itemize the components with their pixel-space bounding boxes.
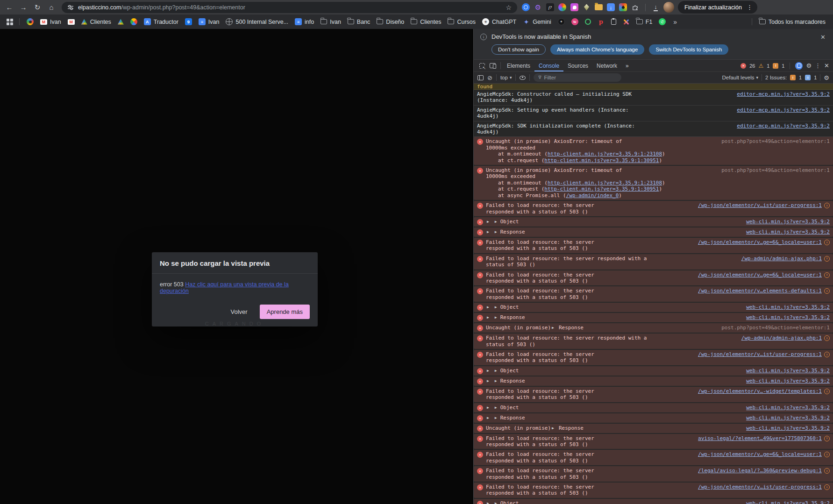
apps-grid-icon[interactable] <box>7 19 13 25</box>
open-in-network-icon[interactable]: ↕ <box>824 256 830 262</box>
console-source-link[interactable]: web-cli.min.js?ver=3.35.9:2 <box>746 425 830 431</box>
expand-arrow-icon[interactable]: ▶ <box>487 315 489 320</box>
console-source-link[interactable]: editor-mcp.min.js?ver=3.35.9:2 <box>737 107 830 113</box>
console-source-link[interactable]: /wp-json/elementor/v…elements-defaults:1 <box>698 288 822 294</box>
bookmarks-overflow-icon[interactable]: » <box>670 18 680 26</box>
bookmark-item-clientes[interactable]: Clientes <box>408 17 444 27</box>
device-toolbar-icon[interactable] <box>490 63 496 68</box>
downloads-icon[interactable]: ↓ <box>652 3 660 11</box>
bookmark-item-500-internal-serve-[interactable]: 500 Internal Serve... <box>223 17 291 27</box>
expand-arrow-icon[interactable]: ▶ <box>495 369 497 373</box>
console-source-link[interactable]: web-cli.min.js?ver=3.35.9:2 <box>746 405 830 411</box>
expand-arrow-icon[interactable]: ▶ <box>487 501 489 504</box>
console-source-link[interactable]: editor-mcp.min.js?ver=3.35.9:2 <box>737 123 830 129</box>
open-in-network-icon[interactable]: ↕ <box>824 352 830 357</box>
expand-arrow-icon[interactable]: ▶ <box>495 416 497 420</box>
console-source-link[interactable]: /legal/aviso-legal/?…360&preview-debug:1 <box>698 468 822 474</box>
colorpicker-extension-icon[interactable] <box>619 3 627 11</box>
open-in-network-icon[interactable]: ↕ <box>824 436 830 441</box>
console-object-label[interactable]: Response <box>500 415 525 421</box>
bookmark-item[interactable]: 9 <box>182 17 195 27</box>
home-icon[interactable]: ⌂ <box>45 1 58 14</box>
expand-arrow-icon[interactable]: ▶ <box>552 426 554 431</box>
expand-arrow-icon[interactable]: ▶ <box>495 220 497 224</box>
console-object-label[interactable]: Object <box>500 219 519 225</box>
bookmark-item[interactable] <box>608 17 619 26</box>
console-object-label[interactable]: Object <box>500 405 519 411</box>
fonts-extension-icon[interactable]: f? <box>546 3 554 11</box>
console-source-link[interactable]: editor-mcp.min.js?ver=3.35.9:2 <box>737 91 830 97</box>
console-source-link[interactable]: aviso-legal/?element…49&ver=1775807360:1 <box>698 435 822 441</box>
bookmark-item[interactable]: M <box>65 18 78 26</box>
issues-label[interactable]: 2 Issues: <box>765 75 787 80</box>
expand-arrow-icon[interactable]: ▶ <box>495 501 497 504</box>
bookmark-item-traductor[interactable]: ATraductor <box>141 17 181 27</box>
log-levels-selector[interactable]: Default levels ▾ <box>722 75 758 80</box>
console-source-link[interactable]: web-cli.min.js?ver=3.35.9:2 <box>746 368 830 374</box>
bookmark-item[interactable] <box>115 18 127 26</box>
bookmark-item-gemini[interactable]: ✦Gemini <box>520 17 554 27</box>
clear-console-icon[interactable]: ⊘ <box>487 74 492 81</box>
back-button[interactable]: Volver <box>231 308 248 315</box>
expand-arrow-icon[interactable]: ▶ <box>552 326 554 330</box>
console-object-label[interactable]: Response <box>559 325 584 331</box>
issues-blue-icon[interactable]: ≡ <box>805 75 811 80</box>
stack-frame-link[interactable]: /wp-admin/index_0 <box>566 192 619 199</box>
error-count[interactable]: 26 <box>749 63 755 69</box>
console-source-link[interactable]: web-cli.min.js?ver=3.35.9:2 <box>746 378 830 384</box>
kite-extension-icon[interactable] <box>583 3 591 11</box>
learn-more-button[interactable]: Aprende más <box>260 305 310 319</box>
open-in-network-icon[interactable]: ↕ <box>824 240 830 245</box>
console-source-link[interactable]: web-cli.min.js?ver=3.35.9:2 <box>746 304 830 310</box>
purple-app-extension-icon[interactable] <box>570 3 578 11</box>
bookmark-item[interactable] <box>582 17 594 26</box>
console-source-link[interactable]: /wp-json/elementor/v…ist/user-progress:1 <box>698 202 822 208</box>
expand-arrow-icon[interactable]: ▶ <box>495 305 497 310</box>
console-object-label[interactable]: Object <box>500 500 519 504</box>
profile-avatar[interactable] <box>663 2 674 13</box>
address-bar[interactable]: elpasticcino.com/wp-admin/post.php?post=… <box>62 2 517 13</box>
bookmark-item-ivan[interactable]: MIvan <box>37 17 64 27</box>
context-selector[interactable]: top ▾ <box>500 75 512 80</box>
console-source-link[interactable]: /wp-admin/admin-ajax.php:1 <box>741 256 822 262</box>
console-object-label[interactable]: Response <box>559 425 584 431</box>
console-source-link[interactable]: web-cli.min.js?ver=3.35.9:2 <box>746 219 830 225</box>
bookmark-item[interactable]: tu <box>569 17 581 27</box>
back-icon[interactable]: ← <box>3 1 16 14</box>
open-in-network-icon[interactable]: ↕ <box>824 272 830 278</box>
expand-arrow-icon[interactable]: ▶ <box>495 230 497 234</box>
bookmark-item[interactable]: p <box>595 17 607 27</box>
stack-frame-link[interactable]: http-client.min.js?ver=3.35.9:1:23108 <box>548 151 662 157</box>
error-count-icon[interactable]: ✕ <box>740 63 746 69</box>
downloader-extension-icon[interactable]: ↓ <box>607 3 615 11</box>
issues-count[interactable]: 1 <box>782 63 784 69</box>
console-source-link[interactable]: /wp-json/elementor/v…-widget/templates:1 <box>698 388 822 394</box>
devtools-menu-icon[interactable]: ⋮ <box>815 62 821 69</box>
dont-show-again-button[interactable]: Don't show again <box>491 44 546 55</box>
bookmark-item-info[interactable]: ≡info <box>292 17 317 27</box>
expand-arrow-icon[interactable]: ▶ <box>487 369 489 373</box>
console-source-link[interactable]: /wp-json/elementor/v…ge=6&_locale=user:1 <box>698 451 822 457</box>
bookmark-item[interactable] <box>620 17 633 27</box>
bookmark-item[interactable] <box>24 17 36 27</box>
console-source-link[interactable]: /wp-json/elementor/v…ge=6&_locale=user:1 <box>698 239 822 245</box>
warning-count[interactable]: 1 <box>767 63 769 69</box>
open-in-network-icon[interactable]: ↕ <box>824 484 830 490</box>
all-bookmarks-button[interactable]: Todos los marcadores <box>756 17 828 27</box>
expand-arrow-icon[interactable]: ▶ <box>495 379 497 383</box>
bookmark-item-ivan[interactable]: ≡Ivan <box>196 17 222 27</box>
console-source-link[interactable]: web-cli.min.js?ver=3.35.9:2 <box>746 415 830 421</box>
console-object-label[interactable]: Object <box>500 304 519 310</box>
switch-spanish-button[interactable]: Switch DevTools to Spanish <box>649 44 728 55</box>
bookmark-item-cursos[interactable]: Cursos <box>445 17 478 27</box>
onepassword-extension-icon[interactable] <box>522 3 530 11</box>
live-expression-icon[interactable] <box>520 76 526 80</box>
console-source-link[interactable]: /wp-json/elementor/v…ge=6&_locale=user:1 <box>698 272 822 278</box>
tab-network[interactable]: Network <box>592 60 621 71</box>
folder-extension-icon[interactable] <box>595 4 603 10</box>
open-in-network-icon[interactable]: ↕ <box>824 203 830 208</box>
bookmark-item-clientes[interactable]: Clientes <box>78 17 114 27</box>
bookmark-item[interactable]: ✆ <box>656 17 669 27</box>
warning-count-icon[interactable]: ⚠ <box>758 63 763 69</box>
console-object-label[interactable]: Response <box>500 229 525 235</box>
